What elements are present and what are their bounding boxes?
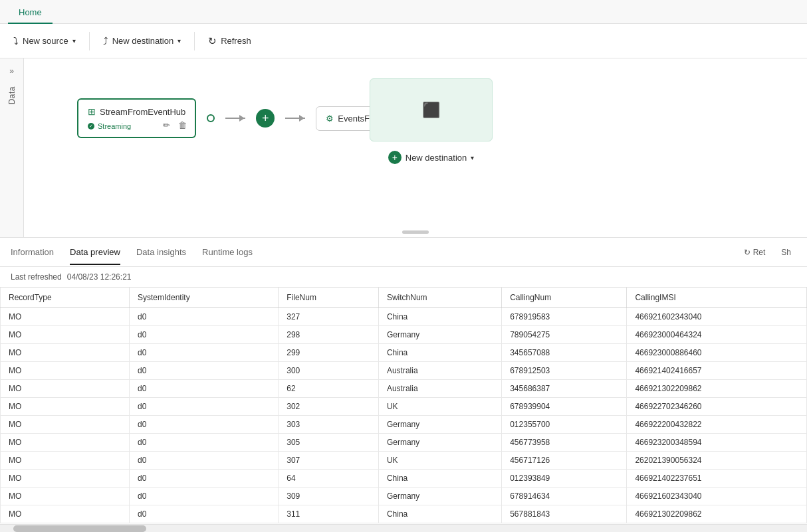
table-row: MOd0327China678919583466921602343040 — [1, 308, 807, 326]
table-cell: 456773958 — [502, 434, 627, 452]
table-cell: d0 — [129, 505, 278, 523]
refresh-label: Refresh — [221, 36, 251, 46]
panel-show-button[interactable]: Sh — [776, 245, 796, 260]
new-destination-button[interactable]: ⤴ New destination ▾ — [95, 31, 189, 50]
table-cell: d0 — [129, 434, 278, 452]
last-refreshed-label: Last refreshed — [11, 272, 62, 282]
table-cell: UK — [378, 452, 501, 470]
destination-icon: ⬛ — [422, 102, 440, 119]
table-cell: d0 — [129, 380, 278, 398]
table-cell: 262021390056324 — [627, 452, 807, 470]
sub-tabs: Information Data preview Data insights R… — [0, 238, 807, 267]
source-node[interactable]: ⊞ StreamFromEventHub Streaming ✏ 🗑 — [77, 98, 196, 138]
table-row: MOd0307UK456717126262021390056324 — [1, 452, 807, 470]
table-cell: 012355700 — [502, 416, 627, 434]
table-cell: China — [378, 470, 501, 488]
panel-show-label: Sh — [781, 248, 791, 257]
table-cell: 62 — [279, 380, 379, 398]
table-row: MOd0305Germany456773958466923200348594 — [1, 434, 807, 452]
delete-node-button[interactable]: 🗑 — [175, 119, 189, 132]
new-destination-canvas-label: New destination — [405, 153, 467, 163]
table-cell: MO — [1, 398, 130, 416]
table-row: MOd0303Germany012355700466922200432822 — [1, 416, 807, 434]
table-cell: 466923200348594 — [627, 434, 807, 452]
table-cell: 466922200432822 — [627, 416, 807, 434]
table-row: MOd0309Germany678914634466921602343040 — [1, 488, 807, 505]
table-cell: 305 — [279, 434, 379, 452]
table-cell: UK — [378, 398, 501, 416]
status-label: Streaming — [98, 122, 131, 130]
tab-data-preview[interactable]: Data preview — [70, 240, 120, 265]
sign-in-icon: ⤵ — [13, 35, 19, 46]
table-cell: Germany — [378, 326, 501, 344]
tab-information[interactable]: Information — [11, 240, 54, 265]
new-source-button[interactable]: ⤵ New source ▾ — [5, 31, 84, 50]
table-cell: d0 — [129, 362, 278, 380]
table-cell: d0 — [129, 452, 278, 470]
table-cell: 466923000886460 — [627, 344, 807, 362]
table-cell: 345657088 — [502, 344, 627, 362]
table-cell: 298 — [279, 326, 379, 344]
table-cell: 678912503 — [502, 362, 627, 380]
bottom-section: Information Data preview Data insights R… — [0, 238, 807, 532]
table-cell: MO — [1, 488, 130, 505]
table-cell: d0 — [129, 308, 278, 326]
data-table-wrapper[interactable]: RecordType SystemIdentity FileNum Switch… — [0, 287, 807, 524]
panel-refresh-icon: ↻ — [744, 248, 750, 257]
table-cell: 466923000464324 — [627, 326, 807, 344]
table-cell: China — [378, 308, 501, 326]
table-cell: MO — [1, 416, 130, 434]
tab-home[interactable]: Home — [8, 2, 53, 24]
table-cell: 345686387 — [502, 380, 627, 398]
table-cell: 789054275 — [502, 326, 627, 344]
panel-refresh-button[interactable]: ↻ Ret — [739, 245, 771, 260]
table-cell: 678939904 — [502, 398, 627, 416]
table-cell: MO — [1, 308, 130, 326]
add-transform-button[interactable]: + — [256, 109, 275, 128]
arrow-1 — [225, 118, 245, 119]
col-callingimsi: CallingIMSI — [627, 288, 807, 308]
destination-box[interactable]: ⬛ — [370, 78, 493, 141]
table-cell: Australia — [378, 380, 501, 398]
table-cell: 456717126 — [502, 452, 627, 470]
sidebar-label: Data — [7, 86, 17, 104]
stream-icon: ⊞ — [88, 106, 96, 117]
table-cell: 466922702346260 — [627, 398, 807, 416]
table-cell: 302 — [279, 398, 379, 416]
table-cell: China — [378, 344, 501, 362]
new-destination-chevron-icon: ▾ — [177, 37, 181, 44]
table-cell: MO — [1, 344, 130, 362]
scrollbar-thumb[interactable] — [13, 525, 146, 532]
table-cell: 012393849 — [502, 470, 627, 488]
events-icon: ⚙ — [326, 114, 334, 124]
table-cell: Germany — [378, 488, 501, 505]
col-record-type: RecordType — [1, 288, 130, 308]
refresh-button[interactable]: ↻ Refresh — [200, 31, 259, 51]
table-cell: 466921402416657 — [627, 362, 807, 380]
table-cell: 300 — [279, 362, 379, 380]
panel-refresh-label: Ret — [753, 248, 766, 257]
table-cell: 327 — [279, 308, 379, 326]
table-cell: MO — [1, 326, 130, 344]
horizontal-scrollbar[interactable] — [0, 524, 807, 532]
edit-node-button[interactable]: ✏ — [160, 119, 173, 132]
table-cell: d0 — [129, 398, 278, 416]
table-cell: MO — [1, 362, 130, 380]
table-row: MOd0302UK678939904466922702346260 — [1, 398, 807, 416]
new-source-chevron-icon: ▾ — [72, 37, 76, 44]
col-filenum: FileNum — [279, 288, 379, 308]
new-destination-button-canvas[interactable]: + New destination ▾ — [370, 147, 493, 168]
table-cell: d0 — [129, 344, 278, 362]
table-cell: d0 — [129, 488, 278, 505]
sidebar-expand-btn[interactable]: » — [7, 64, 17, 78]
tab-data-insights[interactable]: Data insights — [136, 240, 186, 265]
table-cell: 309 — [279, 488, 379, 505]
table-body: MOd0327China678919583466921602343040MOd0… — [1, 308, 807, 523]
table-cell: 678914634 — [502, 488, 627, 505]
table-cell: 466921602343040 — [627, 308, 807, 326]
drag-handle[interactable] — [402, 230, 429, 234]
table-cell: China — [378, 505, 501, 523]
tab-runtime-logs[interactable]: Runtime logs — [202, 240, 253, 265]
tab-bar: Home — [0, 0, 807, 24]
table-cell: Germany — [378, 416, 501, 434]
